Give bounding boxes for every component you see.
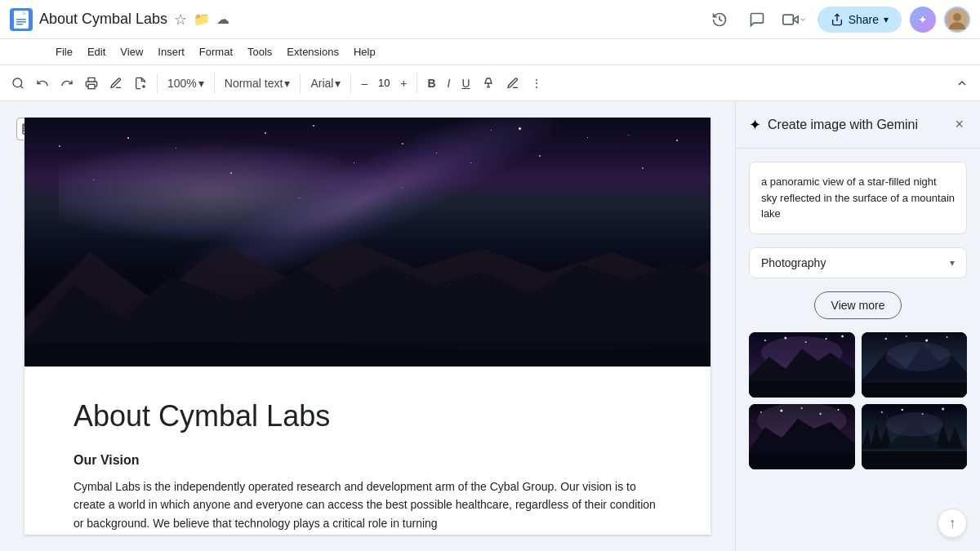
svg-rect-31 — [862, 383, 968, 398]
svg-point-45 — [838, 409, 840, 411]
zoom-value: 100% — [167, 77, 197, 90]
toolbar-sep-4 — [350, 73, 351, 93]
doc-content: About Cymbal Labs Our Vision Cymbal Labs… — [24, 367, 710, 551]
svg-marker-4 — [793, 16, 798, 22]
svg-point-54 — [880, 411, 882, 413]
svg-point-44 — [819, 412, 821, 414]
user-avatar[interactable] — [944, 7, 970, 33]
svg-rect-40 — [749, 453, 855, 469]
svg-point-32 — [884, 337, 886, 339]
chat-button[interactable] — [742, 5, 772, 34]
text-style-arrow: ▾ — [284, 77, 290, 90]
svg-rect-3 — [16, 24, 23, 25]
paint-format-btn[interactable] — [129, 73, 152, 93]
font-size-decrease[interactable]: – — [356, 73, 372, 93]
share-dropdown-arrow[interactable]: ▾ — [884, 14, 889, 25]
menu-edit[interactable]: Edit — [81, 42, 112, 61]
svg-point-42 — [780, 409, 782, 411]
prompt-input[interactable]: a panoramic view of a star-filled night … — [749, 162, 967, 234]
gemini-panel-icon: ✦ — [749, 116, 761, 134]
search-toolbar-btn[interactable] — [7, 73, 29, 93]
toolbar-sep-3 — [300, 73, 301, 93]
star-icon[interactable]: ☆ — [174, 11, 187, 29]
bold-button[interactable]: B — [422, 73, 440, 93]
menu-help[interactable]: Help — [347, 42, 382, 61]
document-area: About Cymbal Labs Our Vision Cymbal Labs… — [0, 101, 735, 551]
font-family-select[interactable]: Arial ▾ — [305, 73, 345, 93]
svg-point-43 — [801, 407, 803, 409]
svg-point-58 — [885, 412, 942, 437]
italic-button[interactable]: I — [443, 73, 456, 93]
font-family-arrow: ▾ — [335, 77, 341, 90]
text-style-value: Normal text — [225, 77, 283, 90]
title-icons: ☆ 📁 ☁ — [174, 11, 229, 29]
meet-button[interactable] — [780, 5, 809, 34]
history-button[interactable] — [705, 5, 734, 34]
expand-btn[interactable] — [951, 73, 973, 93]
spell-check-btn[interactable] — [105, 73, 127, 93]
menu-format[interactable]: Format — [193, 42, 239, 61]
menu-view[interactable]: View — [114, 42, 149, 61]
view-more-button[interactable]: View more — [814, 291, 902, 319]
image-thumb-2[interactable] — [862, 332, 968, 398]
undo-btn[interactable] — [31, 73, 54, 93]
toolbar-sep-5 — [416, 73, 417, 93]
font-size-increase[interactable]: + — [395, 73, 412, 93]
folder-icon[interactable]: 📁 — [194, 11, 210, 27]
svg-point-34 — [925, 339, 928, 341]
gemini-button[interactable]: ✦ — [910, 7, 936, 33]
font-size-control: – 10 + — [356, 73, 412, 93]
more-options-btn[interactable]: ⋮ — [526, 73, 547, 93]
svg-rect-2 — [16, 21, 26, 23]
title-bar-left: About Cymbal Labs ☆ 📁 ☁ — [10, 8, 698, 31]
svg-point-41 — [760, 411, 762, 413]
svg-point-57 — [942, 407, 944, 410]
gemini-close-button[interactable]: × — [951, 113, 967, 136]
hero-image — [24, 118, 710, 367]
image-thumb-3[interactable] — [749, 404, 855, 469]
menu-tools[interactable]: Tools — [241, 42, 278, 61]
document-page: About Cymbal Labs Our Vision Cymbal Labs… — [24, 118, 710, 535]
menu-insert[interactable]: Insert — [151, 42, 191, 61]
image-thumb-4[interactable] — [862, 404, 968, 469]
share-label: Share — [849, 13, 879, 26]
underline-button[interactable]: U — [457, 73, 474, 93]
prompt-text: a panoramic view of a star-filled night … — [761, 176, 955, 220]
toolbar-sep-1 — [157, 73, 158, 93]
style-dropdown[interactable]: Photography ▾ — [749, 247, 967, 278]
scroll-to-top-label: ↑ — [949, 516, 956, 531]
doc-body-text: Cymbal Labs is the independently operate… — [74, 478, 662, 532]
svg-point-27 — [826, 338, 827, 340]
svg-point-28 — [841, 335, 844, 337]
print-btn[interactable] — [80, 73, 103, 93]
highlight-btn[interactable] — [501, 73, 524, 93]
share-button[interactable]: Share ▾ — [817, 7, 902, 33]
mountain-svg — [24, 236, 710, 367]
underline-label: U — [461, 77, 470, 90]
image-thumb-1[interactable] — [749, 332, 855, 398]
doc-title: About Cymbal Labs — [74, 399, 662, 433]
menu-extensions[interactable]: Extensions — [280, 42, 345, 61]
cloud-icon[interactable]: ☁ — [216, 11, 229, 27]
svg-point-24 — [764, 340, 766, 341]
zoom-control[interactable]: 100% ▾ — [163, 73, 209, 93]
zoom-dropdown-arrow: ▾ — [198, 77, 204, 90]
menu-bar: File Edit View Insert Format Tools Exten… — [0, 39, 980, 65]
svg-rect-23 — [749, 381, 855, 398]
scroll-to-top-button[interactable]: ↑ — [938, 509, 967, 538]
gemini-panel-body: a panoramic view of a star-filled night … — [736, 149, 980, 551]
doc-section-title: Our Vision — [74, 453, 662, 468]
document-title: About Cymbal Labs — [39, 11, 167, 28]
font-size-value: 10 — [374, 77, 394, 89]
toolbar-sep-2 — [214, 73, 215, 93]
hero-img-canvas — [24, 118, 710, 367]
text-style-select[interactable]: Normal text ▾ — [220, 73, 296, 93]
toolbar: 100% ▾ Normal text ▾ Arial ▾ – 10 + B I … — [0, 65, 980, 101]
menu-file[interactable]: File — [49, 42, 79, 61]
svg-rect-10 — [88, 84, 95, 88]
text-color-btn[interactable] — [477, 73, 500, 93]
italic-label: I — [448, 77, 451, 90]
redo-btn[interactable] — [56, 73, 78, 93]
svg-point-33 — [905, 335, 906, 337]
style-value: Photography — [761, 256, 826, 269]
